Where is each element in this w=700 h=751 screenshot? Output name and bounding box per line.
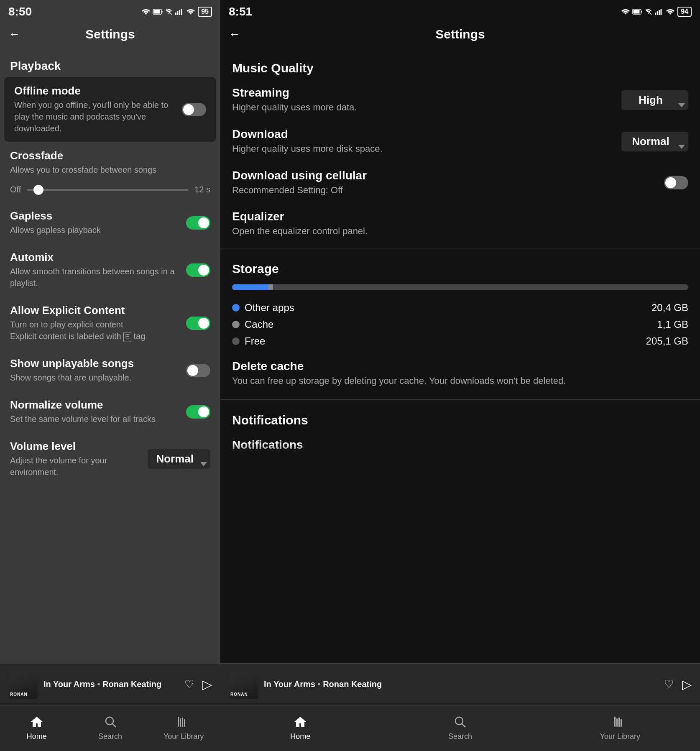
streaming-row[interactable]: Streaming Higher quality uses more data.… <box>220 79 700 121</box>
crossfade-row: Crossfade Allows you to crossfade betwee… <box>0 142 220 183</box>
svg-rect-6 <box>181 9 182 15</box>
normalize-volume-row[interactable]: Normalize volume Set the same volume lev… <box>0 391 220 432</box>
svg-rect-14 <box>634 10 640 14</box>
settings-scroll-right[interactable]: Music Quality Streaming Higher quality u… <box>220 51 700 663</box>
settings-scroll-left[interactable]: Playback Offline mode When you go offlin… <box>0 51 220 663</box>
nav-search-left[interactable]: Search <box>74 705 147 751</box>
nav-library-right[interactable]: Your Library <box>540 705 700 751</box>
gapless-row[interactable]: Gapless Allows gapless playback <box>0 202 220 243</box>
other-apps-value: 20,4 GB <box>651 302 688 314</box>
storage-legend-cache: Cache 1,1 GB <box>232 319 688 330</box>
download-cellular-title: Download using cellular <box>232 169 657 182</box>
equalizer-title: Equalizer <box>232 210 682 223</box>
back-button-right[interactable]: ← <box>229 28 240 41</box>
download-row[interactable]: Download Higher quality uses more disk s… <box>220 121 700 162</box>
streaming-desc: Higher quality uses more data. <box>232 101 615 114</box>
home-icon-left <box>30 716 43 730</box>
section-playback: Playback Offline mode When you go offlin… <box>0 51 220 485</box>
normalize-volume-toggle[interactable] <box>186 405 210 419</box>
normalize-volume-title: Normalize volume <box>10 398 179 411</box>
offline-mode-title: Offline mode <box>14 84 175 97</box>
volume-level-row[interactable]: Volume level Adjust the volume for your … <box>0 432 220 485</box>
delete-cache-row[interactable]: Delete cache You can free up storage by … <box>220 355 700 396</box>
download-cellular-row[interactable]: Download using cellular Recommended Sett… <box>220 162 700 204</box>
notifications-title: Notifications <box>232 438 682 452</box>
status-icons-left: 95 <box>142 7 212 17</box>
show-unplayable-row[interactable]: Show unplayable songs Show songs that ar… <box>0 350 220 391</box>
svg-rect-22 <box>614 717 616 727</box>
show-unplayable-desc: Show songs that are unplayable. <box>10 372 179 383</box>
svg-rect-25 <box>621 719 622 727</box>
nav-search-label-right: Search <box>448 732 472 741</box>
storage-bar <box>232 284 688 290</box>
np-controls-left: ♡ ▷ <box>184 677 212 692</box>
nav-library-left[interactable]: Your Library <box>147 705 220 751</box>
download-cellular-toggle[interactable] <box>664 176 688 189</box>
crossfade-slider[interactable] <box>27 189 189 191</box>
divider-notifications <box>220 399 700 400</box>
crossfade-title: Crossfade <box>10 149 204 162</box>
show-unplayable-toggle[interactable] <box>186 364 210 377</box>
play-button-right[interactable]: ▷ <box>682 677 692 692</box>
dropdown-arrow-icon <box>200 462 207 466</box>
section-heading-notifications: Notifications <box>220 403 700 432</box>
track-info-right: In Your Arms • Ronan Keating <box>264 679 658 689</box>
automix-title: Automix <box>10 251 179 264</box>
other-apps-label: Other apps <box>245 302 646 314</box>
free-value: 205,1 GB <box>646 335 688 347</box>
section-storage: Storage Other apps 20,4 GB Cache 1,1 GB <box>220 252 700 396</box>
explicit-content-toggle[interactable] <box>186 317 210 330</box>
equalizer-row[interactable]: Equalizer Open the equalizer control pan… <box>220 203 700 245</box>
notifications-row[interactable]: Notifications <box>220 432 700 460</box>
left-panel: 8:50 95 ← Settings Playback Offline mode… <box>0 0 220 751</box>
page-title-right: Settings <box>229 27 692 41</box>
home-icon-right <box>294 716 307 730</box>
album-art-right <box>229 670 258 699</box>
status-bar-right: 8:51 94 <box>220 0 700 22</box>
svg-rect-11 <box>182 718 183 727</box>
crossfade-slider-row: Off 12 s <box>0 183 220 202</box>
download-dropdown[interactable]: Normal <box>621 132 688 151</box>
normalize-volume-desc: Set the same volume level for all tracks <box>10 413 179 425</box>
heart-button-left[interactable]: ♡ <box>184 678 194 691</box>
offline-mode-row[interactable]: Offline mode When you go offline, you'll… <box>4 77 216 142</box>
divider-storage <box>220 248 700 248</box>
delete-cache-title: Delete cache <box>232 360 682 373</box>
download-cellular-desc: Recommended Setting: Off <box>232 184 657 197</box>
explicit-content-desc: Turn on to play explicit contentExplicit… <box>10 319 179 342</box>
offline-mode-desc: When you go offline, you'll only be able… <box>14 99 175 134</box>
svg-rect-19 <box>661 9 662 15</box>
section-heading-playback: Playback <box>0 51 220 77</box>
explicit-content-row[interactable]: Allow Explicit Content Turn on to play e… <box>0 296 220 350</box>
svg-rect-18 <box>659 10 660 15</box>
nav-search-right[interactable]: Search <box>380 705 540 751</box>
nav-home-right[interactable]: Home <box>220 705 380 751</box>
status-bar-left: 8:50 95 <box>0 0 220 22</box>
volume-level-dropdown[interactable]: Normal <box>148 449 210 469</box>
svg-rect-23 <box>616 718 618 727</box>
right-panel: 8:51 94 ← Settings Music Quality Streami… <box>220 0 700 751</box>
heart-button-right[interactable]: ♡ <box>664 678 674 691</box>
offline-mode-toggle[interactable] <box>182 103 206 116</box>
now-playing-bar-right[interactable]: In Your Arms • Ronan Keating ♡ ▷ <box>220 663 700 705</box>
nav-library-label-left: Your Library <box>164 732 204 741</box>
download-title: Download <box>232 128 615 141</box>
gapless-toggle[interactable] <box>186 216 210 230</box>
status-time-right: 8:51 <box>229 5 252 18</box>
automix-row[interactable]: Automix Allow smooth transitions between… <box>0 243 220 296</box>
automix-toggle[interactable] <box>186 263 210 277</box>
other-apps-dot-icon <box>232 304 240 312</box>
storage-other-apps-segment <box>232 284 268 290</box>
nav-home-left[interactable]: Home <box>0 705 74 751</box>
now-playing-bar-left[interactable]: In Your Arms • Ronan Keating ♡ ▷ <box>0 663 220 705</box>
back-button-left[interactable]: ← <box>8 28 20 41</box>
explicit-content-title: Allow Explicit Content <box>10 304 179 317</box>
play-button-left[interactable]: ▷ <box>202 677 212 692</box>
section-heading-storage: Storage <box>220 252 700 280</box>
svg-line-8 <box>112 724 116 727</box>
nav-home-label-left: Home <box>27 732 47 741</box>
svg-rect-9 <box>178 717 179 727</box>
svg-rect-17 <box>657 11 658 15</box>
streaming-dropdown[interactable]: High <box>621 90 688 110</box>
gapless-desc: Allows gapless playback <box>10 224 179 236</box>
